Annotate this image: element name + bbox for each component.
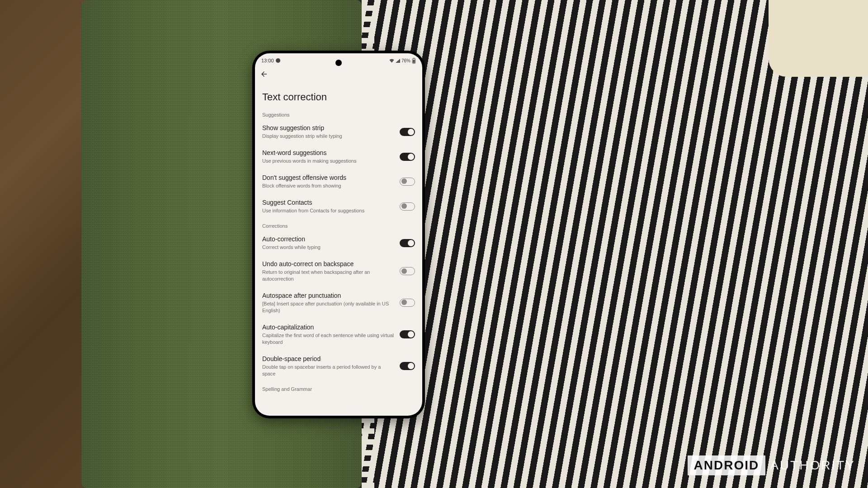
svg-rect-1 [413, 58, 415, 58]
wifi-icon [389, 59, 394, 63]
section-header-cutoff: Spelling and Grammar [255, 382, 422, 392]
section-header: Suggestions [255, 108, 422, 119]
setting-row[interactable]: Next-word suggestionsUse previous words … [255, 144, 422, 169]
setting-text: Auto-capitalizationCapitalize the first … [262, 323, 395, 346]
watermark: ANDROID AUTHORITY [688, 455, 855, 475]
setting-label: Auto-capitalization [262, 323, 395, 331]
signal-icon [396, 59, 400, 63]
setting-text: Next-word suggestionsUse previous words … [262, 149, 395, 164]
setting-toggle[interactable] [400, 178, 415, 186]
page-title: Text correction [255, 82, 422, 108]
toggle-knob [408, 240, 414, 246]
setting-label: Show suggestion strip [262, 124, 395, 132]
settings-list[interactable]: SuggestionsShow suggestion stripDisplay … [255, 108, 422, 382]
setting-subtitle: [Beta] Insert space after punctuation (o… [262, 300, 395, 314]
setting-toggle[interactable] [400, 128, 415, 136]
toggle-knob [408, 331, 414, 338]
setting-subtitle: Capitalize the first word of each senten… [262, 332, 395, 346]
setting-label: Autospace after punctuation [262, 291, 395, 300]
setting-row[interactable]: Show suggestion stripDisplay suggestion … [255, 119, 422, 144]
setting-subtitle: Double tap on spacebar inserts a period … [262, 364, 395, 377]
pillow [769, 0, 868, 77]
setting-toggle[interactable] [400, 239, 415, 247]
app-bar [255, 68, 422, 82]
setting-row[interactable]: Auto-capitalizationCapitalize the first … [255, 319, 422, 350]
setting-row[interactable]: Double-space periodDouble tap on spaceba… [255, 350, 422, 382]
phone-screen: 13:00 76% [255, 53, 422, 416]
setting-text: Double-space periodDouble tap on spaceba… [262, 355, 395, 377]
toggle-knob [401, 300, 407, 305]
photo-background: 13:00 76% [0, 0, 868, 488]
setting-row[interactable]: Auto-correctionCorrect words while typin… [255, 230, 422, 255]
status-time: 13:00 [261, 58, 274, 63]
setting-label: Undo auto-correct on backspace [262, 260, 395, 268]
setting-label: Don't suggest offensive words [262, 174, 395, 182]
toggle-knob [401, 268, 407, 274]
setting-text: Show suggestion stripDisplay suggestion … [262, 124, 395, 140]
toggle-knob [401, 203, 407, 209]
setting-toggle[interactable] [400, 153, 415, 161]
watermark-brand: ANDROID [688, 455, 766, 475]
setting-text: Autospace after punctuation[Beta] Insert… [262, 291, 395, 314]
setting-subtitle: Block offensive words from showing [262, 183, 395, 189]
phone-frame: 13:00 76% [252, 51, 425, 418]
setting-label: Double-space period [262, 355, 395, 363]
setting-toggle[interactable] [400, 299, 415, 307]
toggle-knob [401, 178, 407, 184]
back-button[interactable] [259, 70, 269, 79]
setting-toggle[interactable] [400, 362, 415, 370]
setting-text: Suggest ContactsUse information from Con… [262, 198, 395, 214]
battery-text: 76% [401, 58, 410, 63]
setting-text: Undo auto-correct on backspaceReturn to … [262, 260, 395, 282]
setting-row[interactable]: Undo auto-correct on backspaceReturn to … [255, 255, 422, 287]
setting-row[interactable]: Don't suggest offensive wordsBlock offen… [255, 169, 422, 194]
dnd-icon [276, 58, 280, 63]
toggle-knob [408, 363, 414, 369]
setting-toggle[interactable] [400, 202, 415, 211]
setting-row[interactable]: Suggest ContactsUse information from Con… [255, 194, 422, 219]
camera-punch-hole [335, 60, 342, 66]
section-header: Corrections [255, 219, 422, 230]
setting-label: Suggest Contacts [262, 198, 395, 206]
setting-text: Don't suggest offensive wordsBlock offen… [262, 174, 395, 189]
setting-subtitle: Correct words while typing [262, 244, 395, 251]
toggle-knob [408, 129, 414, 135]
setting-subtitle: Use previous words in making suggestions [262, 158, 395, 164]
setting-toggle[interactable] [400, 267, 415, 275]
watermark-word: AUTHORITY [770, 458, 855, 473]
setting-toggle[interactable] [400, 330, 415, 338]
setting-row[interactable]: Autospace after punctuation[Beta] Insert… [255, 287, 422, 319]
setting-subtitle: Return to original text when backspacing… [262, 269, 395, 282]
setting-text: Auto-correctionCorrect words while typin… [262, 235, 395, 251]
setting-label: Auto-correction [262, 235, 395, 243]
setting-subtitle: Display suggestion strip while typing [262, 133, 395, 140]
setting-subtitle: Use information from Contacts for sugges… [262, 207, 395, 214]
svg-rect-2 [413, 59, 415, 62]
battery-icon [412, 58, 416, 64]
setting-label: Next-word suggestions [262, 149, 395, 157]
toggle-knob [408, 154, 414, 160]
